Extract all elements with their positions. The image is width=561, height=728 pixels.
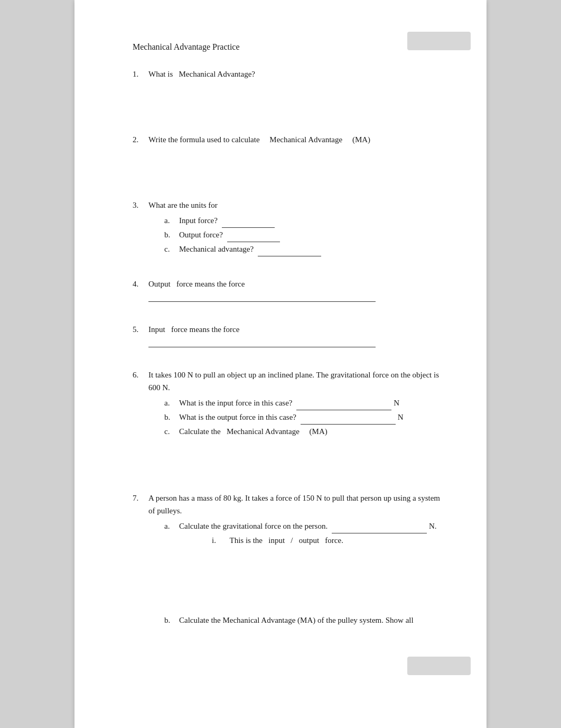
q5-text: Input force means the force <box>148 323 444 336</box>
q3c: c. Mechanical advantage? <box>164 242 444 256</box>
question-6: 6. It takes 100 N to pull an object up a… <box>133 368 444 471</box>
q7-sub-list: a. Calculate the gravitational force on … <box>164 519 444 548</box>
q7b: b. Calculate the Mechanical Advantage (M… <box>164 613 444 628</box>
q3-text: What are the units for <box>148 199 444 211</box>
question-4: 4. Output force means the force <box>133 278 444 302</box>
q7a-letter: a. <box>164 519 179 533</box>
q3a: a. Input force? <box>164 214 444 228</box>
corner-badge-bottom <box>407 657 471 675</box>
q2-text: Write the formula used to calculate Mech… <box>148 133 444 146</box>
q6c-text: Calculate the Mechanical Advantage (MA) <box>179 425 328 439</box>
q3c-text: Mechanical advantage? <box>179 242 323 256</box>
page: Mechanical Advantage Practice 1. What is… <box>74 0 487 728</box>
question-5: 5. Input force means the force <box>133 323 444 347</box>
q7a-i-text: This is the input / output force. <box>229 536 343 545</box>
q4-text: Output force means the force <box>148 278 444 290</box>
q3a-letter: a. <box>164 214 179 228</box>
q7a-i: i. This is the input / output force. <box>212 533 444 548</box>
q3b-letter: b. <box>164 228 179 242</box>
q6a-letter: a. <box>164 396 179 410</box>
q3b-text: Output force? <box>179 228 282 242</box>
q7a-blank <box>332 533 427 533</box>
q6-number: 6. <box>133 368 148 381</box>
q1-text: What is Mechanical Advantage? <box>148 68 444 80</box>
q4-blank-line <box>148 292 376 302</box>
q7b-letter: b. <box>164 613 179 628</box>
q6-sub-list: a. What is the input force in this case?… <box>164 396 444 439</box>
q6b: b. What is the output force in this case… <box>164 410 444 425</box>
q7a-i-prefix: i. <box>212 533 228 548</box>
q3c-letter: c. <box>164 242 179 256</box>
q7a: a. Calculate the gravitational force on … <box>164 519 444 533</box>
q3c-blank <box>258 256 321 256</box>
question-7: 7. A person has a mass of 80 kg. It take… <box>133 492 444 628</box>
q3-number: 3. <box>133 199 148 211</box>
q6a-text: What is the input force in this case? N <box>179 396 399 410</box>
q1-number: 1. <box>133 68 148 80</box>
q6b-letter: b. <box>164 410 179 425</box>
q7-text: A person has a mass of 80 kg. It takes a… <box>148 492 444 517</box>
question-3: 3. What are the units for a. Input force… <box>133 199 444 256</box>
q6-text: It takes 100 N to pull an object up an i… <box>148 368 444 394</box>
q3b: b. Output force? <box>164 228 444 242</box>
q6a: a. What is the input force in this case?… <box>164 396 444 410</box>
corner-badge-top <box>407 32 471 50</box>
q3-sub-list: a. Input force? b. Output force? c. Mech… <box>164 214 444 256</box>
q4-number: 4. <box>133 278 148 290</box>
q5-number: 5. <box>133 323 148 336</box>
question-1: 1. What is Mechanical Advantage? <box>133 68 444 112</box>
page-title: Mechanical Advantage Practice <box>133 42 444 52</box>
q7a-text: Calculate the gravitational force on the… <box>179 519 436 533</box>
q2-number: 2. <box>133 133 148 146</box>
q7-number: 7. <box>133 492 148 504</box>
q7b-text: Calculate the Mechanical Advantage (MA) … <box>179 613 414 628</box>
q3a-text: Input force? <box>179 214 277 228</box>
q7b-container: b. Calculate the Mechanical Advantage (M… <box>164 613 444 628</box>
q7a-container: a. Calculate the gravitational force on … <box>164 519 444 548</box>
question-2: 2. Write the formula used to calculate M… <box>133 133 444 178</box>
q6c-letter: c. <box>164 425 179 439</box>
q6b-text: What is the output force in this case? N <box>179 410 404 425</box>
q5-blank-line <box>148 338 376 347</box>
q6c: c. Calculate the Mechanical Advantage (M… <box>164 425 444 439</box>
